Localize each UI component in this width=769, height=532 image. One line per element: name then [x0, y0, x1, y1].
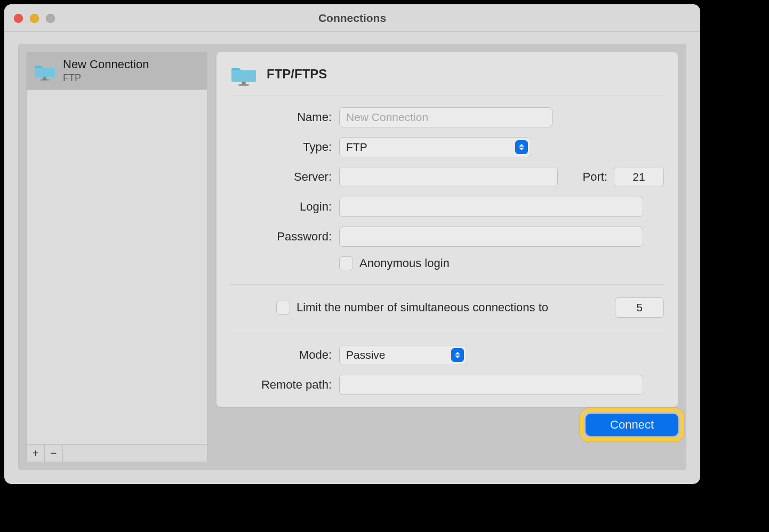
- connection-form: Name: Type: FTP Server: Port:: [230, 107, 664, 395]
- svg-rect-1: [43, 77, 46, 79]
- maximize-button[interactable]: [46, 14, 55, 23]
- sidebar-toolbar: + −: [27, 444, 207, 462]
- connect-button[interactable]: Connect: [586, 414, 678, 436]
- connection-item-title: New Connection: [63, 58, 149, 71]
- server-label: Server:: [230, 170, 332, 184]
- login-input[interactable]: [339, 197, 643, 217]
- traffic-lights: [14, 14, 55, 23]
- actions-row: Connect: [216, 414, 678, 436]
- close-button[interactable]: [14, 14, 23, 23]
- network-folder-icon: [230, 62, 257, 86]
- type-select-value: FTP: [346, 141, 512, 154]
- name-input[interactable]: [339, 107, 552, 127]
- minimize-button[interactable]: [30, 14, 39, 23]
- connection-item-text: New Connection FTP: [63, 58, 149, 84]
- window-title: Connections: [318, 12, 386, 25]
- chevron-updown-icon: [515, 140, 528, 154]
- password-label: Password:: [230, 230, 332, 244]
- connection-card: FTP/FTPS Name: Type: FTP Server:: [216, 52, 678, 407]
- anonymous-label: Anonymous login: [359, 256, 450, 270]
- type-select[interactable]: FTP: [339, 137, 531, 157]
- limit-connections-label: Limit the number of simultaneous connect…: [297, 301, 548, 315]
- main-panel: FTP/FTPS Name: Type: FTP Server:: [216, 52, 678, 462]
- svg-rect-0: [35, 68, 55, 77]
- port-input[interactable]: [614, 167, 664, 187]
- chevron-updown-icon: [451, 348, 464, 362]
- password-input[interactable]: [339, 227, 643, 247]
- divider: [230, 284, 664, 285]
- mode-label: Mode:: [230, 348, 332, 362]
- card-title: FTP/FTPS: [267, 67, 327, 82]
- login-label: Login:: [230, 200, 332, 214]
- name-label: Name:: [230, 110, 332, 124]
- type-label: Type:: [230, 140, 332, 154]
- divider: [230, 334, 664, 334]
- add-connection-button[interactable]: +: [27, 445, 45, 462]
- svg-rect-5: [238, 84, 249, 85]
- remote-path-input[interactable]: [339, 375, 643, 395]
- svg-rect-4: [242, 82, 245, 85]
- remote-path-label: Remote path:: [230, 378, 332, 392]
- connections-window: Connections New Connection: [4, 4, 700, 484]
- connection-item[interactable]: New Connection FTP: [27, 52, 207, 90]
- limit-connections-checkbox[interactable]: [276, 301, 290, 315]
- window-body: New Connection FTP + −: [18, 44, 686, 470]
- connections-sidebar: New Connection FTP + −: [26, 52, 207, 462]
- connections-list: New Connection FTP: [27, 52, 207, 444]
- mode-select[interactable]: Passive: [339, 345, 467, 365]
- connection-item-subtitle: FTP: [63, 72, 149, 84]
- limit-connections-value: [615, 297, 664, 318]
- port-label: Port:: [583, 170, 607, 184]
- card-header: FTP/FTPS: [230, 62, 664, 95]
- remove-connection-button[interactable]: −: [45, 445, 63, 462]
- svg-rect-2: [41, 79, 49, 80]
- svg-rect-3: [231, 70, 256, 82]
- anonymous-checkbox[interactable]: [339, 256, 353, 270]
- titlebar: Connections: [4, 4, 700, 32]
- network-folder-icon: [33, 60, 57, 82]
- server-input[interactable]: [339, 167, 558, 187]
- mode-select-value: Passive: [346, 349, 448, 361]
